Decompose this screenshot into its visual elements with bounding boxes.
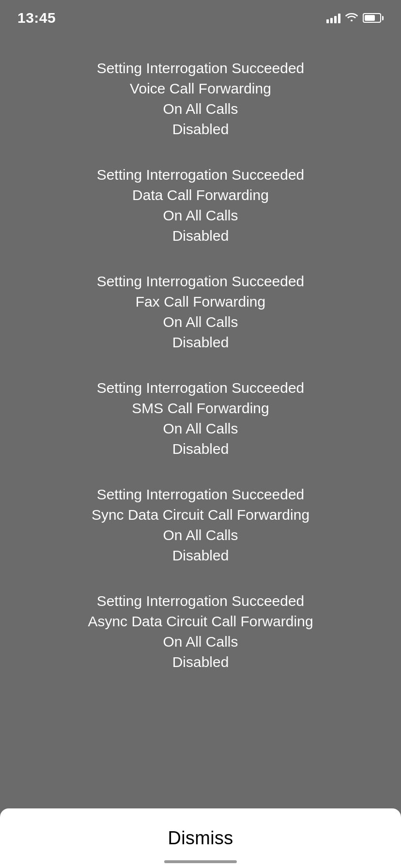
result-6-line3: On All Calls [88,632,313,652]
result-1-line4: Disabled [97,119,305,140]
result-block-5: Setting Interrogation SucceededSync Data… [92,484,309,566]
result-2-line3: On All Calls [97,205,305,226]
result-4-line4: Disabled [97,439,305,459]
result-1-line1: Setting Interrogation Succeeded [97,58,305,78]
result-block-4: Setting Interrogation SucceededSMS Call … [97,378,305,459]
result-6-line4: Disabled [88,652,313,672]
result-block-6: Setting Interrogation SucceededAsync Dat… [88,591,313,672]
result-4-line3: On All Calls [97,418,305,439]
result-block-3: Setting Interrogation SucceededFax Call … [97,271,305,353]
signal-bars-icon [326,13,340,23]
result-2-line2: Data Call Forwarding [97,185,305,205]
wifi-icon [345,12,358,24]
result-4-line2: SMS Call Forwarding [97,398,305,418]
result-1-line2: Voice Call Forwarding [97,78,305,99]
result-block-1: Setting Interrogation SucceededVoice Cal… [97,58,305,140]
home-indicator [164,860,237,863]
result-block-2: Setting Interrogation SucceededData Call… [97,165,305,246]
main-content: Setting Interrogation SucceededVoice Cal… [0,29,401,868]
battery-icon [363,13,384,23]
dismiss-area: Dismiss [0,808,401,868]
result-1-line3: On All Calls [97,99,305,119]
result-5-line4: Disabled [92,545,309,566]
result-3-line2: Fax Call Forwarding [97,292,305,312]
status-time: 13:45 [17,10,56,26]
result-2-line4: Disabled [97,226,305,246]
result-3-line1: Setting Interrogation Succeeded [97,271,305,292]
result-5-line3: On All Calls [92,525,309,545]
result-5-line2: Sync Data Circuit Call Forwarding [92,505,309,525]
status-icons [326,12,384,24]
result-4-line1: Setting Interrogation Succeeded [97,378,305,398]
result-6-line1: Setting Interrogation Succeeded [88,591,313,611]
dismiss-button[interactable]: Dismiss [12,817,389,859]
result-5-line1: Setting Interrogation Succeeded [92,484,309,505]
result-3-line3: On All Calls [97,312,305,332]
status-bar: 13:45 [0,0,401,29]
result-3-line4: Disabled [97,332,305,353]
result-6-line2: Async Data Circuit Call Forwarding [88,611,313,632]
result-2-line1: Setting Interrogation Succeeded [97,165,305,185]
